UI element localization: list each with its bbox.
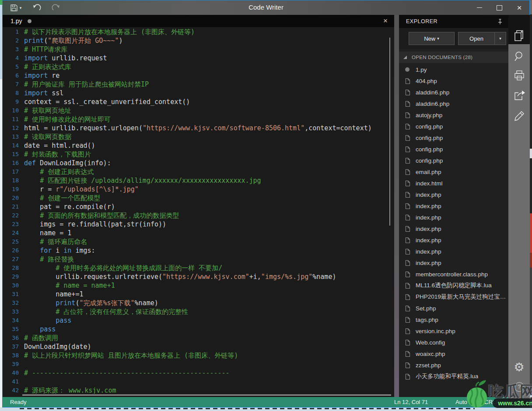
code-line[interactable]: 3# HTTP请求库 [3,45,394,54]
file-list-item[interactable]: Set.php [399,303,508,314]
file-list-item[interactable]: index.php [399,234,508,246]
code-text: print("完成第%s张下载"%name) [24,299,158,307]
status-ready: Ready [10,399,27,405]
code-line[interactable]: 39 [3,360,394,369]
code-line[interactable]: 34 pass [3,316,394,325]
code-line[interactable]: 4import urllib.request [3,54,394,63]
code-line[interactable]: 32 print("完成第%s张下载"%name) [3,299,394,307]
file-list-item[interactable]: 小天多功能和平精英.lua [399,371,508,382]
file-list-item[interactable]: index.php [399,189,508,200]
code-line[interactable]: 22 # 页面的所有数据和模型匹配，成功的数据类型 [3,211,394,220]
code-line[interactable]: 27 # 路径替换 [3,255,394,264]
code-line[interactable]: 13# 读取网页数据 [3,132,394,141]
code-line[interactable]: 36# 函数调用 [3,334,394,342]
close-window-button[interactable]: × [513,0,526,15]
code-editor[interactable]: 1# 以下片段表示图片放在本地服务器上 (非图床、外链等)2print("爬取图… [3,27,394,394]
vertical-scrollbar[interactable] [389,38,390,226]
file-list-item[interactable]: aladdin6.php [399,98,508,109]
document-icon [405,157,411,164]
code-line[interactable]: 42# 源码来源： www.ksjv.com [3,386,394,394]
file-list-item[interactable]: index.php [399,200,508,212]
code-line[interactable]: 35 pass [3,325,394,334]
horizontal-scrollbar[interactable] [22,394,391,396]
file-list-item[interactable]: index.php [399,246,508,257]
file-list-item[interactable]: config.php [399,155,508,166]
open-button-label: Open [469,35,483,42]
code-line[interactable]: 33 # 占位符，没有任何意义，保证函数的完整性 [3,307,394,316]
open-button[interactable]: Open [458,32,495,45]
code-line[interactable]: 41 [3,377,394,386]
code-line[interactable]: 23 imgs = re.findall(pat,str(info)) [3,220,394,229]
file-list-item[interactable]: email.php [399,166,508,178]
open-documents-section-header[interactable]: OPEN DOCUMENTS (28) [399,52,508,63]
code-line[interactable]: 17 # 创建正则表达式 [3,167,394,176]
line-number: 7 [3,80,24,89]
maximize-button[interactable] [493,0,506,15]
code-line[interactable]: 5# 正则表达式库 [3,63,394,71]
code-line[interactable]: 15# 封装函数，下载图片 [3,150,394,159]
print-button[interactable] [508,70,530,81]
new-button[interactable]: New ▾ [409,32,455,45]
open-dropdown-button[interactable]: ▾ [494,32,506,45]
code-line[interactable]: 37DownLoadImg(date) [3,342,394,351]
code-line[interactable]: 14date = html.read() [3,141,394,150]
file-list-item[interactable]: config.php [399,121,508,132]
code-line[interactable]: 30 # name = name+1 [3,281,394,290]
pin-icon[interactable] [497,18,503,27]
share-button[interactable] [508,90,530,101]
code-line[interactable]: 26 for i in imgs: [3,246,394,255]
file-list-item[interactable]: membercontroller.class.php [399,268,508,280]
file-list-item[interactable]: zzset.php [399,359,508,371]
code-line[interactable]: 18 # 匹配图片链接 /uploads/allimg/xxxxxx/xxxxx… [3,176,394,185]
code-line[interactable]: 21 pat = re.compile(r) [3,202,394,211]
file-list-item[interactable]: config.php [399,143,508,155]
file-list-item[interactable]: 1.py [399,64,508,75]
minimize-button[interactable] [473,0,486,15]
code-line[interactable]: 7# 用户验证库 用于防止爬虫被网站封禁IP [3,80,394,89]
file-list-item[interactable]: PHP2019最新大马完美过狗过宝塔... [399,291,508,303]
code-line[interactable]: 20 # 创建一个匹配模型 [3,194,394,202]
file-list-item[interactable]: version.inc.php [399,325,508,337]
file-list-item[interactable]: 404.php [399,75,508,87]
file-list-item[interactable]: index.html [399,178,508,189]
file-list-item[interactable]: autojy.php [399,109,508,121]
code-line[interactable]: 38# 以上片段只针对织梦网站 且图片放在本地服务器上 (非图床、外链等) [3,351,394,360]
search-button[interactable] [508,51,530,62]
code-line[interactable]: 31 name+=1 [3,290,394,299]
code-line[interactable]: 25 # 循环遍历命名 [3,237,394,246]
code-line[interactable]: 2print("爬取图片开始 GO~~~") [3,36,394,45]
pane-splitter[interactable] [394,15,399,397]
file-list-item[interactable]: Web.config [399,337,508,348]
file-list-item[interactable]: ML11.6透色防闪稳定脚本.lua [399,280,508,291]
code-line[interactable]: 19 r = r"/uploads[^\s]*.jpg" [3,185,394,194]
minimize-icon [477,7,482,8]
code-line[interactable]: 1# 以下片段表示图片放在本地服务器上 (非图床、外链等) [3,28,394,36]
search-icon [514,51,525,62]
code-line[interactable]: 10# 获取网页地址 [3,106,394,115]
code-line[interactable]: 16def DownLoadImg(info): [3,159,394,167]
code-line[interactable]: 29 urllib.request.urlretrieve("https://w… [3,272,394,281]
close-document-button[interactable]: × [383,17,388,25]
file-list-item[interactable]: config.php [399,132,508,143]
edit-button[interactable] [508,110,530,122]
file-list-item[interactable]: index.php [399,257,508,268]
file-list-item[interactable]: tags.php [399,314,508,325]
code-line[interactable]: 11# 使用时修改此处的网址即可 [3,115,394,124]
documents-panel-button[interactable] [508,29,530,42]
file-list-item[interactable]: index.php [399,223,508,234]
code-line[interactable]: 28 # 使用时务必将此处的网址替换成跟上面的一样 不要加/ [3,264,394,272]
code-line[interactable]: 12html = urllib.request.urlopen("https:/… [3,124,394,132]
settings-button[interactable]: ⚙ [508,362,530,373]
new-button-label: New [424,35,435,42]
tab-1py[interactable]: 1.py [3,15,32,27]
file-list-item[interactable]: index.php [399,212,508,223]
code-line[interactable]: 8import ssl [3,89,394,98]
code-line[interactable]: 24 name = 1 [3,229,394,237]
help-button[interactable]: ? [508,382,530,392]
file-name: aladdin6.php [416,101,449,107]
file-list-item[interactable]: woaixc.php [399,348,508,359]
file-list-item[interactable]: aladdin6.php [399,87,508,98]
code-line[interactable]: 40# ------------------------------------… [3,369,394,377]
code-line[interactable]: 9context = ssl._create_unverified_contex… [3,98,394,106]
code-line[interactable]: 6import re [3,71,394,80]
